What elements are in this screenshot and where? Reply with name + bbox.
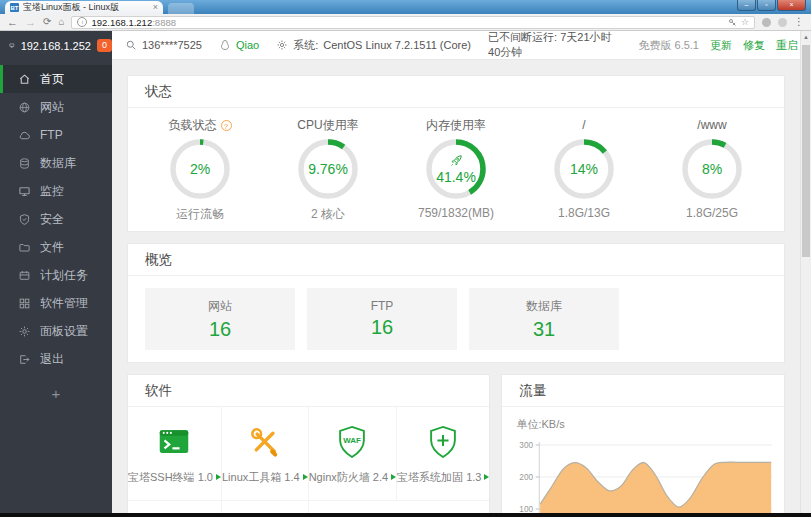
sidebar-item-soft[interactable]: 软件管理 bbox=[0, 289, 112, 317]
sidebar-add-button[interactable]: + bbox=[0, 385, 112, 402]
address-bar[interactable]: i 192.168.1.212:8888 ☆ bbox=[71, 16, 755, 29]
gauge-title-text: / bbox=[582, 118, 585, 132]
globe-icon bbox=[18, 101, 31, 114]
server-ip: 192.168.1.252 bbox=[21, 40, 91, 52]
header-actions: 更新修复重启 bbox=[710, 38, 798, 53]
traffic-panel: 流量 单位:KB/s 300200100 bbox=[501, 374, 785, 517]
gauge-title-text: 负载状态 bbox=[169, 117, 217, 134]
tools-icon bbox=[246, 423, 284, 461]
window-controls: – ▫ × bbox=[737, 0, 806, 11]
restart-link[interactable]: 重启 bbox=[776, 38, 798, 53]
gauge-value-overlay: 14% bbox=[553, 138, 615, 200]
gauge-ring: 9.76% bbox=[297, 138, 359, 200]
status-panel: 状态 负载状态?2%运行流畅CPU使用率9.76%2 核心内存使用率41.4%7… bbox=[127, 75, 785, 232]
shieldplus-icon bbox=[424, 423, 462, 461]
gear-icon bbox=[18, 325, 31, 338]
tab-title: 宝塔Linux面板 - Linux版 bbox=[23, 1, 149, 14]
sidebar-item-cron[interactable]: 计划任务 bbox=[0, 261, 112, 289]
page-scrollbar[interactable]: ▲ bbox=[800, 31, 811, 517]
sidebar-item-monitor[interactable]: 监控 bbox=[0, 177, 112, 205]
status-gauges: 负载状态?2%运行流畅CPU使用率9.76%2 核心内存使用率41.4%759/… bbox=[128, 108, 784, 231]
software-app-label: 宝塔SSH终端 1.0 bbox=[128, 470, 221, 485]
sidebar-item-label: 网站 bbox=[40, 99, 64, 116]
gauge-value-overlay: 9.76% bbox=[297, 138, 359, 200]
home-icon bbox=[18, 73, 31, 86]
gear-icon bbox=[276, 39, 288, 51]
maximize-button[interactable]: ▫ bbox=[757, 0, 776, 11]
gauge-title-text: 内存使用率 bbox=[426, 117, 486, 134]
forward-button[interactable]: → bbox=[25, 17, 36, 28]
scrollbar-thumb[interactable] bbox=[802, 45, 810, 257]
key-icon[interactable] bbox=[728, 18, 737, 27]
overview-box-ftp[interactable]: FTP16 bbox=[307, 288, 457, 350]
new-tab-button[interactable] bbox=[168, 3, 194, 14]
tab-close-icon[interactable]: × bbox=[153, 3, 158, 12]
close-button[interactable]: × bbox=[777, 0, 806, 11]
gauge-sub: 1.8G/25G bbox=[686, 206, 738, 220]
overview-box-database[interactable]: 数据库31 bbox=[469, 288, 619, 350]
sidebar-item-label: 安全 bbox=[40, 211, 64, 228]
update-link[interactable]: 更新 bbox=[710, 38, 732, 53]
software-app-label: Linux工具箱 1.4 bbox=[222, 470, 308, 485]
search-icon bbox=[125, 39, 137, 51]
panel-header-info: 136****7525 Qiao 系统: CentOS Linux 7.2.15… bbox=[112, 31, 811, 60]
software-app-ssh-terminal[interactable]: 宝塔SSH终端 1.0 bbox=[128, 407, 222, 501]
gauge-value-overlay: 2% bbox=[169, 138, 231, 200]
minimize-button[interactable]: – bbox=[737, 0, 756, 11]
extension-icon-2[interactable] bbox=[778, 18, 787, 27]
gauge-ring: 41.4% bbox=[425, 138, 487, 200]
help-icon[interactable]: ? bbox=[221, 120, 232, 131]
scrollbar-up-icon[interactable]: ▲ bbox=[801, 31, 811, 43]
overview-box-sites[interactable]: 网站16 bbox=[145, 288, 295, 350]
gauge-cpu: CPU使用率9.76%2 核心 bbox=[264, 118, 392, 223]
gauge-value: 2% bbox=[190, 161, 210, 177]
browser-menu-icon[interactable]: ⋮ bbox=[794, 17, 804, 27]
browser-window: BT 宝塔Linux面板 - Linux版 × – ▫ × ← → ⟳ ⌂ i … bbox=[0, 0, 811, 517]
gauge-sub: 2 核心 bbox=[311, 206, 345, 223]
browser-tab[interactable]: BT 宝塔Linux面板 - Linux版 × bbox=[5, 1, 163, 14]
back-button[interactable]: ← bbox=[7, 17, 18, 28]
overview-boxes: 网站16FTP16数据库31 bbox=[128, 276, 784, 362]
software-app-name: Linux工具箱 1.4 bbox=[222, 470, 300, 485]
phone-group[interactable]: 136****7525 bbox=[125, 39, 202, 51]
software-app-linux-toolbox[interactable]: Linux工具箱 1.4 bbox=[222, 407, 309, 501]
gauge-root: /14%1.8G/13G bbox=[520, 118, 648, 223]
sidebar-menu: 首页网站FTP数据库监控安全文件计划任务软件管理面板设置退出 bbox=[0, 65, 112, 373]
url-host: 192.168.1.212 bbox=[91, 17, 152, 28]
play-icon bbox=[216, 474, 221, 480]
software-app-name: Nginx防火墙 2.4 bbox=[309, 470, 388, 485]
gauge-ring: 2% bbox=[169, 138, 231, 200]
server-block: 192.168.1.252 0 bbox=[0, 31, 112, 60]
gauge-sub: 运行流畅 bbox=[176, 206, 224, 223]
software-app-name: 宝塔系统加固 1.3 bbox=[397, 470, 481, 485]
sidebar-item-logout[interactable]: 退出 bbox=[0, 345, 112, 373]
system-label: 系统: bbox=[293, 38, 318, 53]
bookmark-star-icon[interactable]: ☆ bbox=[741, 18, 749, 27]
sidebar-item-sites[interactable]: 网站 bbox=[0, 93, 112, 121]
logout-icon bbox=[18, 353, 31, 366]
sidebar-item-label: 数据库 bbox=[40, 155, 76, 172]
gauge-title-text: CPU使用率 bbox=[297, 117, 358, 134]
sidebar: 首页网站FTP数据库监控安全文件计划任务软件管理面板设置退出 + bbox=[0, 60, 112, 517]
site-info-icon[interactable]: i bbox=[77, 17, 87, 27]
software-app-system-hardening[interactable]: 宝塔系统加固 1.3 bbox=[397, 407, 489, 501]
cloud-icon bbox=[18, 129, 31, 142]
gauge-ring: 8% bbox=[681, 138, 743, 200]
sidebar-item-security[interactable]: 安全 bbox=[0, 205, 112, 233]
sidebar-item-database[interactable]: 数据库 bbox=[0, 149, 112, 177]
home-button[interactable]: ⌂ bbox=[58, 17, 64, 27]
sidebar-item-home[interactable]: 首页 bbox=[0, 65, 112, 93]
software-app-nginx-firewall[interactable]: WAFNginx防火墙 2.4 bbox=[309, 407, 397, 501]
browser-toolbar: ← → ⟳ ⌂ i 192.168.1.212:8888 ☆ ⋮ bbox=[0, 14, 811, 31]
sidebar-item-ftp[interactable]: FTP bbox=[0, 121, 112, 149]
repair-link[interactable]: 修复 bbox=[743, 38, 765, 53]
qq-user-group[interactable]: Qiao bbox=[219, 39, 259, 51]
system-value: CentOS Linux 7.2.1511 (Core) bbox=[323, 39, 471, 51]
extension-icon[interactable] bbox=[762, 18, 771, 27]
software-grid: 宝塔SSH终端 1.0Linux工具箱 1.4WAFNginx防火墙 2.4宝塔… bbox=[128, 407, 489, 517]
sidebar-item-files[interactable]: 文件 bbox=[0, 233, 112, 261]
gauge-value-overlay: 41.4% bbox=[425, 138, 487, 200]
reload-button[interactable]: ⟳ bbox=[43, 17, 51, 27]
message-badge[interactable]: 0 bbox=[97, 39, 112, 52]
sidebar-item-settings[interactable]: 面板设置 bbox=[0, 317, 112, 345]
